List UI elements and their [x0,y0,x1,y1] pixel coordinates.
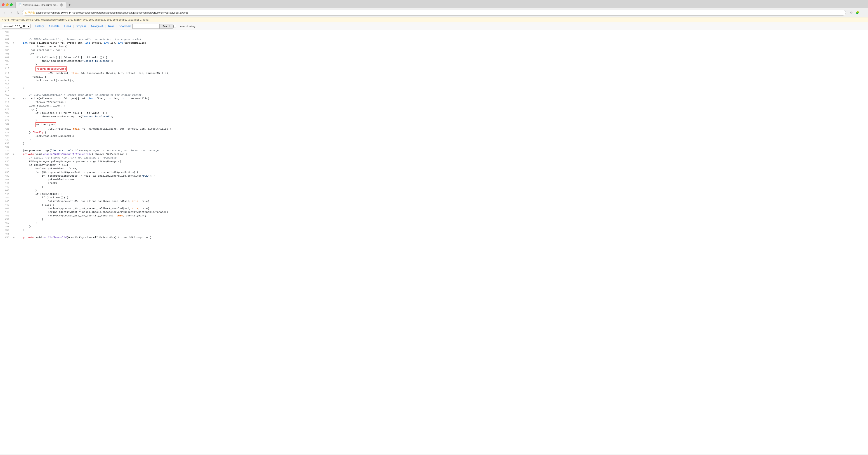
new-tab-button[interactable]: + [67,2,72,7]
fold-button[interactable] [12,104,16,108]
code-content: return NativeCrypto [16,66,868,71]
code-content: } [16,221,868,225]
fold-button[interactable]: ▶ [12,97,16,100]
code-content: int read(FileDescriptor fd, byte[] buf, … [16,41,868,45]
fold-button[interactable] [12,108,16,111]
fold-button[interactable] [12,30,16,34]
history-link[interactable]: History [34,24,45,28]
version-select[interactable]: android-10.0.0_r47 [2,24,31,29]
minimize-traffic-light[interactable] [6,3,8,6]
download-link[interactable]: Download [117,24,132,28]
table-row: 442 } [0,185,868,189]
fold-button[interactable] [12,203,16,207]
active-tab[interactable]: 📄 NativeSsl.java - OpenGrok cro... ✕ [16,2,66,8]
table-row: 447 } else { [0,203,868,207]
fold-button[interactable] [12,196,16,200]
fold-button[interactable] [12,200,16,203]
fold-button[interactable] [12,167,16,171]
search-input[interactable] [132,24,160,29]
reload-button[interactable]: ↻ [16,10,21,16]
fold-button[interactable] [12,160,16,163]
code-container: 400 } 401 402 // TODO(nathanmittler): Re… [0,30,868,454]
fold-button[interactable] [12,232,16,236]
fold-button[interactable] [12,59,16,63]
fold-button[interactable] [12,149,16,152]
fold-button[interactable] [12,189,16,192]
tab-close-button[interactable]: ✕ [60,3,63,6]
fold-button[interactable] [12,229,16,232]
line-number: 436 [0,163,11,167]
back-button[interactable]: ‹ [2,10,7,16]
fold-button[interactable] [12,56,16,59]
fold-button[interactable] [12,142,16,145]
search-button[interactable]: Search [160,24,173,29]
fold-button[interactable] [12,86,16,90]
fold-button[interactable] [12,37,16,41]
fold-button[interactable] [12,82,16,86]
raw-link[interactable]: Raw [107,24,115,28]
fold-button[interactable] [12,174,16,178]
annotate-link[interactable]: Annotate [47,24,61,28]
fold-button[interactable] [12,90,16,93]
fold-button[interactable] [12,210,16,214]
fold-button[interactable] [12,115,16,119]
fold-button[interactable] [12,34,16,37]
fold-button[interactable] [12,63,16,66]
fold-button[interactable] [12,79,16,82]
bookmark-icon[interactable]: ☆ [849,10,854,15]
fold-button[interactable] [12,156,16,160]
fold-button[interactable]: ▶ [12,236,16,239]
code-content: } [16,82,868,86]
fold-button[interactable]: ▶ [12,41,16,45]
fold-button[interactable] [12,111,16,115]
fold-button[interactable] [12,192,16,196]
table-row: 423 throw new SocketException("Socket is… [0,115,868,119]
fold-button[interactable] [12,66,16,70]
line-number: 419 [0,100,11,104]
fold-button[interactable] [12,163,16,167]
line-number: 423 [0,115,11,119]
fold-button[interactable] [12,52,16,56]
fold-button[interactable] [12,75,16,79]
fold-button[interactable] [12,221,16,225]
close-traffic-light[interactable] [2,3,4,6]
fold-button[interactable] [12,49,16,52]
current-dir-checkbox[interactable] [174,25,176,28]
menu-icon[interactable]: ⋮ [862,10,866,15]
fold-button[interactable] [12,127,16,131]
navigate-link[interactable]: Navigate# [90,24,105,28]
extensions-icon[interactable]: 🧩 [855,10,860,15]
line-link[interactable]: Line# [63,24,72,28]
fold-button[interactable] [12,131,16,134]
line-number: 416 [0,90,11,93]
fold-button[interactable] [12,171,16,174]
line-number: 418 [0,97,11,100]
fold-button[interactable] [12,134,16,138]
code-content: throw new SocketException("Socket is clo… [16,115,868,119]
fold-button[interactable] [12,214,16,217]
fold-button[interactable] [12,71,16,75]
fold-button[interactable] [12,207,16,210]
fold-button[interactable] [12,122,16,126]
fold-button[interactable] [12,178,16,181]
forward-button[interactable]: › [8,10,14,16]
fold-button[interactable] [12,93,16,97]
fold-button[interactable] [12,185,16,189]
fold-button[interactable] [12,225,16,229]
scopes-link[interactable]: Scopes# [74,24,88,28]
fold-button[interactable] [12,181,16,185]
address-bar[interactable]: ⚠ 不安全 aospxref.com/android-10.0.0_r47/xr… [22,10,846,16]
maximize-traffic-light[interactable] [10,3,13,6]
fold-button[interactable] [12,100,16,104]
fold-button[interactable] [12,119,16,122]
fold-button[interactable] [12,145,16,149]
line-number: 410 [0,66,11,70]
fold-button[interactable] [12,138,16,142]
table-row: 454 } [0,229,868,232]
fold-button[interactable] [12,45,16,49]
fold-button[interactable] [12,217,16,221]
code-content: @SuppressWarnings("deprecation") // PSKK… [16,149,868,152]
code-content: throws IOException { [16,45,868,49]
table-row: 415 } [0,86,868,90]
fold-button[interactable]: ▶ [12,152,16,156]
